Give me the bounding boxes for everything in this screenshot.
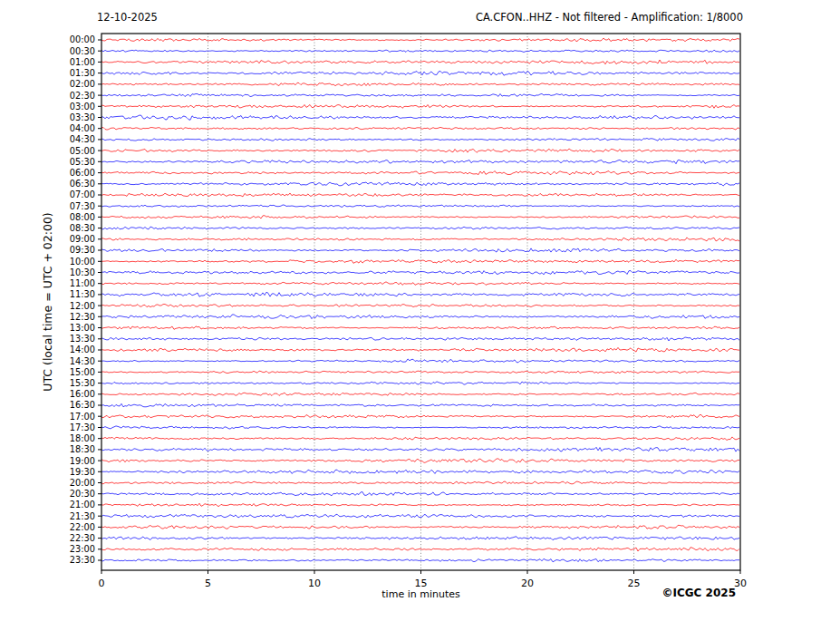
y-tick-label: 22:00 <box>70 522 95 532</box>
y-tick-label: 06:30 <box>70 179 95 189</box>
seismic-trace-row <box>101 393 739 395</box>
y-tick-label: 08:30 <box>70 223 95 233</box>
seismic-trace-row <box>101 205 739 208</box>
y-tick-label: 00:30 <box>70 46 95 56</box>
seismic-trace-row <box>101 193 739 197</box>
y-tick-label: 23:00 <box>70 544 95 554</box>
y-tick-label: 01:00 <box>70 57 95 67</box>
y-tick-label: 09:00 <box>70 234 95 244</box>
seismic-trace-row <box>101 315 739 319</box>
seismic-trace-row <box>101 282 739 286</box>
y-tick-label: 04:00 <box>70 123 95 133</box>
y-tick-label: 12:30 <box>70 312 95 322</box>
y-tick-label: 15:00 <box>70 367 95 377</box>
y-tick-label: 05:30 <box>70 157 95 167</box>
seismic-trace-row <box>101 93 739 96</box>
seismic-trace-row <box>101 305 739 307</box>
seismic-trace-row <box>101 481 739 484</box>
y-tick-label: 05:00 <box>70 146 95 156</box>
y-tick-label: 21:00 <box>70 500 95 510</box>
y-tick-label: 15:30 <box>70 378 95 388</box>
y-tick-label: 02:00 <box>70 79 95 89</box>
y-tick-label: 10:00 <box>70 257 95 267</box>
seismogram-plot-area: 00:0000:3001:0001:3002:0002:3003:0003:30… <box>0 0 840 631</box>
seismic-trace-row <box>101 525 739 529</box>
seismic-trace-row <box>101 447 739 451</box>
seismic-trace-row <box>101 514 739 518</box>
y-tick-label: 00:00 <box>70 34 95 44</box>
y-tick-label: 18:00 <box>70 433 95 443</box>
y-tick-label: 06:00 <box>70 168 95 178</box>
seismic-trace-row <box>101 359 739 363</box>
y-tick-label: 02:30 <box>70 91 95 101</box>
y-tick-label: 22:30 <box>70 533 95 543</box>
x-tick-label: 10 <box>308 578 321 589</box>
y-tick-label: 09:30 <box>70 245 95 255</box>
x-tick-label: 20 <box>521 578 534 589</box>
y-tick-label: 03:30 <box>70 112 95 122</box>
seismic-trace-row <box>101 115 739 120</box>
copyright-text: ©ICGC 2025 <box>661 587 736 599</box>
seismic-trace-row <box>101 227 739 229</box>
y-tick-label: 11:00 <box>70 278 95 288</box>
seismic-trace-row <box>101 470 739 473</box>
seismic-trace-row <box>101 503 739 506</box>
y-tick-label: 14:30 <box>70 356 95 366</box>
y-tick-label: 14:00 <box>70 345 95 354</box>
seismic-trace-row <box>101 548 739 551</box>
seismic-trace-row <box>101 171 739 175</box>
seismic-trace-row <box>101 83 739 85</box>
seismic-trace-row <box>101 71 739 75</box>
y-tick-label: 16:30 <box>70 400 95 410</box>
y-tick-label: 17:30 <box>70 422 95 432</box>
y-tick-label: 03:00 <box>70 102 95 112</box>
y-tick-label: 07:30 <box>70 201 95 211</box>
seismic-trace-row <box>101 238 739 241</box>
y-tick-label: 23:30 <box>70 555 95 565</box>
seismic-trace-row <box>101 558 739 562</box>
seismic-trace-row <box>101 292 739 296</box>
y-tick-label: 20:30 <box>70 489 95 499</box>
seismic-trace-row <box>101 415 739 418</box>
seismic-trace-row <box>101 537 739 540</box>
seismic-trace-row <box>101 403 739 407</box>
seismic-trace-row <box>101 160 739 163</box>
x-tick-label: 30 <box>734 578 747 589</box>
seismic-trace-row <box>101 182 739 186</box>
y-tick-label: 10:30 <box>70 267 95 277</box>
y-tick-label: 13:00 <box>70 323 95 333</box>
seismic-trace-row <box>101 127 739 130</box>
seismic-trace-row <box>101 271 739 275</box>
seismic-trace-row <box>101 492 739 496</box>
seismic-trace-row <box>101 337 739 341</box>
seismic-trace-row <box>101 60 739 64</box>
y-tick-label: 13:30 <box>70 334 95 344</box>
y-tick-label: 12:00 <box>70 301 95 311</box>
seismic-trace-row <box>101 138 739 141</box>
seismic-trace-row <box>101 149 739 152</box>
x-axis-label: time in minutes <box>366 588 476 600</box>
y-tick-label: 07:00 <box>70 189 95 199</box>
seismic-trace-row <box>101 105 739 109</box>
seismic-trace-row <box>101 216 739 218</box>
y-tick-label: 16:00 <box>70 389 95 399</box>
x-tick-label: 5 <box>205 578 211 589</box>
y-tick-label: 18:30 <box>70 444 95 454</box>
seismic-trace-row <box>101 326 739 329</box>
x-tick-label: 25 <box>628 578 641 589</box>
y-tick-label: 08:00 <box>70 212 95 222</box>
seismic-trace-row <box>101 38 739 42</box>
y-tick-label: 01:30 <box>70 68 95 78</box>
y-tick-label: 17:00 <box>70 412 95 422</box>
seismic-trace-row <box>101 437 739 441</box>
y-tick-label: 19:30 <box>70 467 95 477</box>
helicorder-figure: 12-10-2025 CA.CFON..HHZ - Not filtered -… <box>0 0 840 631</box>
seismic-trace-row <box>101 426 739 429</box>
seismic-trace-row <box>101 248 739 252</box>
seismic-trace-row <box>101 371 739 374</box>
seismic-trace-row <box>101 347 739 352</box>
y-tick-label: 21:30 <box>70 511 95 521</box>
seismic-trace-row <box>101 382 739 384</box>
seismic-trace-row <box>101 259 739 263</box>
y-tick-label: 11:30 <box>70 289 95 299</box>
